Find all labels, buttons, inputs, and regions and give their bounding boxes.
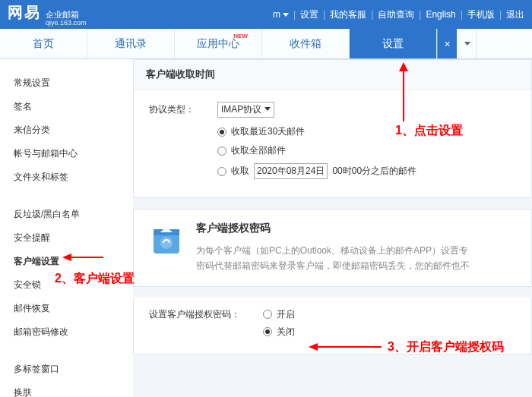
tab-inbox[interactable]: 收件箱 bbox=[262, 29, 350, 58]
tab-close-button[interactable]: × bbox=[437, 29, 457, 58]
main-tabs: 首页 通讯录 应用中心NEW 收件箱 设置 × bbox=[0, 29, 532, 59]
date-input[interactable]: 2020年08月24日 bbox=[254, 163, 328, 179]
tab-apps[interactable]: 应用中心NEW bbox=[175, 29, 262, 58]
panel-fetch-time: 客户端收取时间 协议类型： IMAP协议 收取最近30天邮件 收取全部邮件 收取 bbox=[133, 59, 532, 198]
link-service[interactable]: 我的客服 bbox=[330, 8, 366, 21]
tab-home[interactable]: 首页 bbox=[0, 29, 87, 58]
sidebar-item-multitab[interactable]: 多标签窗口 bbox=[14, 358, 133, 381]
radio-icon bbox=[217, 167, 226, 176]
sidebar-item-accounts[interactable]: 帐号与邮箱中心 bbox=[14, 142, 133, 165]
tab-contacts[interactable]: 通讯录 bbox=[87, 29, 175, 58]
svg-point-2 bbox=[160, 237, 173, 249]
radio-icon bbox=[217, 147, 226, 156]
logo: 网易 企业邮箱 qiye.163.com bbox=[8, 2, 87, 27]
panel-auth-password: 客户端授权密码 为每个客户端（如PC上的Outlook、移动设备上的邮件APP）… bbox=[133, 209, 532, 287]
top-header: 网易 企业邮箱 qiye.163.com m | 设置 | 我的客服 | 自助查… bbox=[0, 0, 532, 29]
auth-set-label: 设置客户端授权密码： bbox=[149, 308, 263, 321]
auth-title: 客户端授权密码 bbox=[196, 222, 470, 235]
user-menu[interactable]: m bbox=[273, 9, 289, 20]
logo-sub: 企业邮箱 bbox=[46, 11, 87, 19]
settings-sidebar: 常规设置 签名 来信分类 帐号与邮箱中心 文件夹和标签 反垃圾/黑白名单 安全提… bbox=[0, 59, 133, 397]
radio-icon bbox=[263, 310, 272, 319]
link-mobile[interactable]: 手机版 bbox=[467, 8, 495, 21]
panel-title: 客户端收取时间 bbox=[134, 60, 531, 90]
protocol-select[interactable]: IMAP协议 bbox=[217, 102, 274, 118]
link-settings[interactable]: 设置 bbox=[300, 8, 318, 21]
tab-settings[interactable]: 设置 bbox=[350, 29, 437, 58]
sidebar-item-signature[interactable]: 签名 bbox=[14, 95, 133, 118]
sidebar-item-spam[interactable]: 反垃圾/黑白名单 bbox=[14, 203, 133, 226]
sidebar-item-skin[interactable]: 换肤 bbox=[14, 381, 133, 397]
main-content: 客户端收取时间 协议类型： IMAP协议 收取最近30天邮件 收取全部邮件 收取 bbox=[133, 59, 532, 397]
radio-icon bbox=[263, 327, 272, 336]
link-selfhelp[interactable]: 自助查询 bbox=[378, 8, 414, 21]
auth-set-row: 设置客户端授权密码： 开启 关闭 bbox=[133, 298, 532, 354]
tab-dropdown[interactable] bbox=[457, 29, 477, 58]
radio-recent30[interactable]: 收取最近30天邮件 bbox=[217, 125, 516, 138]
radio-auth-off[interactable]: 关闭 bbox=[263, 326, 295, 339]
radio-all[interactable]: 收取全部邮件 bbox=[217, 144, 516, 157]
logo-main: 网易 bbox=[8, 2, 41, 23]
link-logout[interactable]: 退出 bbox=[506, 8, 524, 21]
protocol-label: 协议类型： bbox=[149, 103, 217, 116]
logo-domain: qiye.163.com bbox=[46, 19, 87, 27]
sidebar-item-folders[interactable]: 文件夹和标签 bbox=[14, 165, 133, 189]
caret-down-icon bbox=[283, 13, 289, 17]
sidebar-item-lock[interactable]: 安全锁 bbox=[14, 273, 133, 297]
radio-auth-on[interactable]: 开启 bbox=[263, 308, 295, 321]
new-badge: NEW bbox=[233, 33, 248, 39]
sidebar-item-general[interactable]: 常规设置 bbox=[14, 71, 133, 95]
sidebar-item-password[interactable]: 邮箱密码修改 bbox=[14, 320, 133, 344]
sidebar-item-filters[interactable]: 来信分类 bbox=[14, 118, 133, 142]
auth-desc: 为每个客户端（如PC上的Outlook、移动设备上的邮件APP）设置专 密码代替… bbox=[196, 243, 470, 274]
radio-after-date[interactable]: 收取 2020年08月24日 00时00分之后的邮件 bbox=[217, 163, 516, 179]
radio-icon bbox=[217, 128, 226, 137]
recycle-icon bbox=[149, 222, 184, 257]
sidebar-item-security-alert[interactable]: 安全提醒 bbox=[14, 226, 133, 250]
link-english[interactable]: English bbox=[426, 9, 455, 20]
sidebar-item-client[interactable]: 客户端设置 bbox=[14, 250, 133, 273]
sidebar-item-recover[interactable]: 邮件恢复 bbox=[14, 297, 133, 320]
header-links: m | 设置 | 我的客服 | 自助查询 | English | 手机版 | 退… bbox=[273, 8, 524, 21]
caret-down-icon bbox=[464, 42, 470, 46]
